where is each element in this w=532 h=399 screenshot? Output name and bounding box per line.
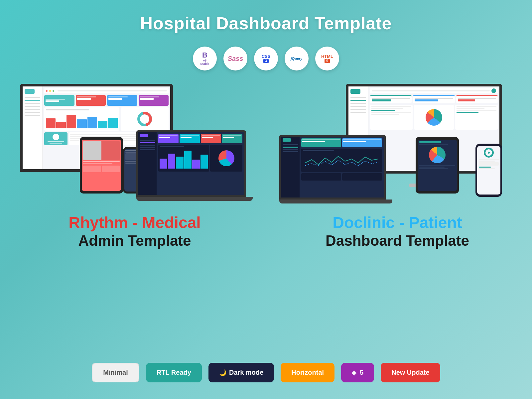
badge-number-label: 5 (360, 369, 363, 376)
badge-minimal[interactable]: Minimal (92, 363, 139, 382)
tech-badges-row: B v5 Stable Sass CSS 3 jQuery HTML 5 (0, 47, 532, 70)
doclinic-name-line1: Doclinic - Patient (289, 213, 505, 232)
rhythm-tablet-screen (82, 140, 121, 191)
badge-new-update[interactable]: New Update (381, 363, 440, 382)
mockups-section (0, 74, 532, 203)
rhythm-mockup-group (20, 84, 253, 203)
rhythm-name-line1: Rhythm - Medical (27, 213, 243, 232)
rhythm-product-name: Rhythm - Medical Admin Template (27, 213, 243, 249)
badge-minimal-label: Minimal (103, 369, 128, 376)
badge-html5: HTML 5 (315, 47, 339, 70)
page-title: Hospital Dashboard Template (0, 0, 532, 33)
badge-horizontal-label: Horizontal (291, 369, 324, 376)
rhythm-name-line2: Admin Template (27, 232, 243, 249)
badge-sass: Sass (223, 47, 247, 70)
product-names-section: Rhythm - Medical Admin Template Doclinic… (0, 207, 532, 249)
bottom-badges-row: Minimal RTL Ready 🌙 Dark mode Horizontal… (0, 363, 532, 382)
badge-dark-label: Dark mode (229, 369, 263, 376)
doclinic-laptop-base (279, 200, 392, 203)
doclinic-mockup-group (279, 84, 512, 203)
doclinic-name-line2: Dashboard Template (289, 232, 505, 249)
badge-dark-mode[interactable]: 🌙 Dark mode (208, 363, 274, 382)
moon-icon: 🌙 (219, 369, 226, 376)
rhythm-tablet (80, 137, 123, 194)
layers-icon: ◈ (352, 369, 356, 376)
badge-version5[interactable]: ◈ 5 (341, 363, 374, 382)
doclinic-laptop (279, 135, 392, 203)
doclinic-laptop-screen (279, 135, 386, 200)
badge-rtl-label: RTL Ready (157, 369, 191, 376)
doclinic-phone (475, 144, 502, 197)
doclinic-tablet (416, 137, 459, 194)
badge-rtl-ready[interactable]: RTL Ready (146, 363, 202, 382)
badge-css3: CSS 3 (254, 47, 278, 70)
badge-bootstrap: B v5 Stable (193, 47, 217, 70)
rhythm-laptop-screen (136, 130, 246, 197)
rhythm-laptop (136, 130, 253, 203)
rhythm-laptop-base (136, 197, 253, 201)
doclinic-product-name: Doclinic - Patient Dashboard Template (289, 213, 505, 249)
badge-update-label: New Update (391, 369, 429, 376)
badge-horizontal[interactable]: Horizontal (281, 363, 334, 382)
badge-jquery: jQuery (285, 47, 309, 70)
